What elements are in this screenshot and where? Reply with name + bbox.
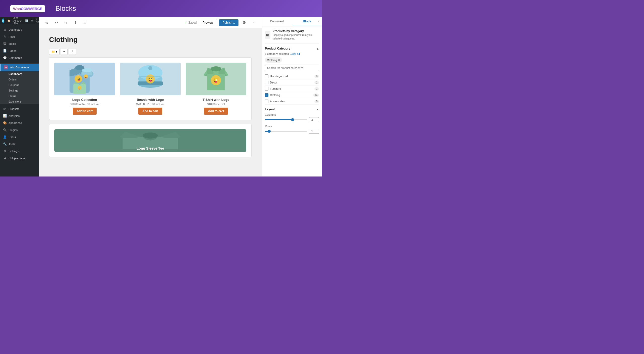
block-info-text: Products by Category Display a grid of p…: [272, 29, 319, 40]
columns-label: Columns: [265, 113, 319, 116]
sidebar-item-woocommerce[interactable]: W WooCommerce: [0, 64, 39, 71]
submenu-item-orders[interactable]: Orders: [0, 77, 39, 82]
submenu-item-wc-dashboard[interactable]: Dashboard: [0, 71, 39, 77]
category-checkbox-uncategorized[interactable]: [265, 74, 268, 78]
submenu-item-coupons[interactable]: Coupons: [0, 82, 39, 88]
layout-header[interactable]: Layout ▲: [265, 108, 319, 111]
submenu-item-status[interactable]: Status: [0, 93, 39, 99]
columns-slider-row: [265, 117, 319, 122]
svg-point-19: [148, 66, 152, 70]
posts-icon: ✎: [3, 35, 7, 38]
sidebar-item-appearance[interactable]: 🎨 Apearence: [0, 119, 39, 126]
header: WooCOMMERCE Blocks: [0, 0, 322, 17]
sidebar-item-analytics[interactable]: 📊 Analytics: [0, 112, 39, 119]
block-list-button[interactable]: ≡: [81, 19, 89, 26]
products-block-2: Long Sleeve Tee: [49, 124, 252, 157]
add-to-cart-button-1[interactable]: Add to cart: [73, 108, 97, 115]
editor-settings-button[interactable]: ⚙: [240, 19, 248, 26]
wp-sidebar: W 🏠 Just Another Site 🔄 0 + New View Pos…: [0, 17, 39, 176]
site-icon: 🏠: [7, 19, 10, 22]
sidebar-item-pages[interactable]: 📄 Pages: [0, 47, 39, 54]
appearance-icon: 🎨: [3, 121, 7, 125]
panel-content: ⊞ Products by Category Display a grid of…: [262, 26, 322, 176]
category-row-uncategorized: Uncategorized 0: [265, 73, 319, 79]
saved-check-icon: ✓: [185, 21, 187, 24]
add-block-button[interactable]: ⊕: [43, 19, 51, 26]
svg-point-30: [211, 66, 222, 71]
category-count-accessories: 5: [314, 100, 319, 103]
columns-slider-thumb[interactable]: [291, 118, 294, 121]
category-checkbox-decor[interactable]: [265, 81, 268, 84]
comments-icon: 💬: [3, 56, 7, 60]
svg-text:😜: 😜: [148, 76, 154, 82]
sidebar-item-tools[interactable]: 🔧 Tools: [0, 141, 39, 148]
page-title: Clothing: [49, 36, 252, 44]
remove-category-tag[interactable]: ×: [278, 58, 280, 62]
layout-chevron-icon: ▲: [316, 108, 319, 111]
category-count-clothing: 14: [313, 94, 319, 97]
sidebar-item-media[interactable]: 🖼 Media: [0, 40, 39, 47]
analytics-icon: 📊: [3, 114, 7, 118]
add-to-cart-button-2[interactable]: Add to cart: [138, 108, 162, 115]
preview-button[interactable]: Preview: [199, 19, 217, 26]
users-icon: 👤: [3, 135, 7, 139]
clear-all-link[interactable]: Clear all: [290, 52, 300, 55]
category-search-input[interactable]: [265, 65, 319, 71]
rows-row: Rows: [265, 125, 319, 134]
panel-close-button[interactable]: ×: [318, 19, 320, 24]
sidebar-item-products[interactable]: 🛍 Products: [0, 105, 39, 112]
category-checkbox-clothing[interactable]: [265, 93, 268, 97]
category-count-decor: 1: [314, 81, 319, 84]
block-edit-button[interactable]: ✏: [61, 49, 68, 55]
saved-label: ✓ Saved: [185, 21, 197, 24]
block-more-button[interactable]: ⋮: [69, 49, 76, 55]
undo-button[interactable]: ↩: [53, 19, 60, 26]
product-card-1: 😜 😜: [54, 63, 115, 115]
tab-document[interactable]: Document: [262, 17, 292, 26]
submenu-item-settings[interactable]: Settings: [0, 88, 39, 93]
redo-button[interactable]: ↪: [62, 19, 70, 26]
product-image-1: 😜 😜: [54, 63, 115, 95]
sidebar-item-users[interactable]: 👤 Users: [0, 134, 39, 141]
products-grid: 😜 😜: [54, 63, 246, 115]
submenu-item-extensions[interactable]: Extensions: [0, 99, 39, 104]
woocommerce-submenu: Dashboard Orders Coupons Settings Status…: [0, 71, 39, 104]
dashboard-icon: ⊞: [3, 28, 7, 31]
sidebar-item-comments[interactable]: 💬 Comments: [0, 54, 39, 61]
svg-point-34: [143, 132, 158, 139]
media-icon: 🖼: [3, 42, 7, 46]
info-button[interactable]: ℹ: [72, 19, 79, 26]
category-checkbox-accessories[interactable]: [265, 100, 268, 103]
header-title: Blocks: [55, 5, 76, 13]
publish-button[interactable]: Publish...: [219, 19, 238, 26]
sidebar-item-posts[interactable]: ✎ Posts: [0, 33, 39, 40]
main-container: W 🏠 Just Another Site 🔄 0 + New View Pos…: [0, 17, 322, 176]
product-price-1: $18.00 – $45.00 incl. vat: [70, 103, 99, 106]
svg-text:😜: 😜: [78, 87, 81, 90]
right-panel: Document Block × ⊞ Products by Category …: [262, 17, 322, 176]
sidebar-item-dashboard[interactable]: ⊞ Dashboard: [0, 26, 39, 33]
updates-count: 0: [31, 19, 33, 22]
add-to-cart-button-3[interactable]: Add to cart: [204, 108, 228, 115]
tools-icon: 🔧: [3, 142, 7, 146]
rows-input[interactable]: [309, 129, 319, 134]
category-row-clothing: Clothing 14: [265, 92, 319, 98]
sidebar-item-plugins[interactable]: 🔌 Plugins: [0, 126, 39, 134]
editor-more-button[interactable]: ⋮: [250, 19, 258, 26]
block-type-button[interactable]: 📁 ▾: [49, 49, 60, 55]
updates-icon: 🔄: [25, 19, 28, 22]
product-card-2: 😜 Beanie with Logo $20.00 $18.00 incl. v…: [120, 63, 181, 115]
columns-slider-fill: [265, 119, 293, 120]
sidebar-item-collapse[interactable]: ◀ Colapse menu: [0, 155, 39, 162]
rows-slider-thumb[interactable]: [268, 130, 271, 133]
block-info: ⊞ Products by Category Display a grid of…: [265, 29, 319, 44]
sidebar-item-settings[interactable]: ⚙ Settings: [0, 148, 39, 155]
columns-input[interactable]: [309, 117, 319, 122]
product-name-3: T-Shirt with Logo: [203, 98, 229, 102]
site-name[interactable]: Just Another Site: [13, 17, 22, 25]
new-link[interactable]: + New: [36, 18, 39, 23]
product-name-1: Logo Collection: [72, 98, 97, 102]
product-category-header[interactable]: Product Category ▲: [265, 47, 319, 50]
category-checkbox-furniture[interactable]: [265, 87, 268, 91]
category-label-decor: Decor: [270, 81, 313, 84]
